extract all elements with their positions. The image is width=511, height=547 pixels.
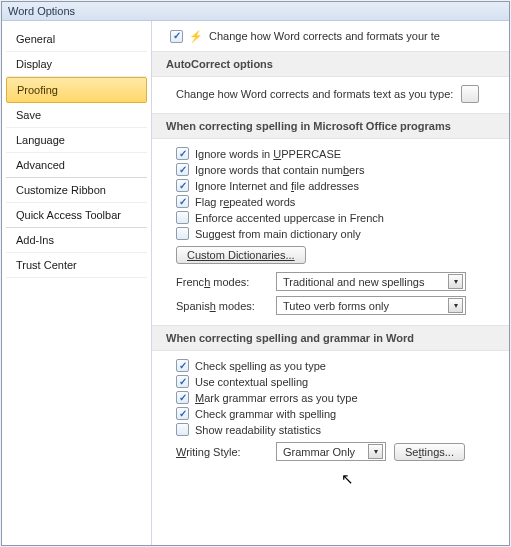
- word-checkbox-0[interactable]: [176, 359, 189, 372]
- office-label-0: Ignore words in UPPERCASE: [195, 148, 341, 160]
- sidebar-item-advanced[interactable]: Advanced: [6, 153, 147, 178]
- group-word-header: When correcting spelling and grammar in …: [152, 325, 509, 351]
- group-autocorrect-header: AutoCorrect options: [152, 51, 509, 77]
- sidebar-item-save[interactable]: Save: [6, 103, 147, 128]
- office-option-3: Flag repeated words: [176, 195, 505, 208]
- autocorrect-line: Change how Word corrects and formats tex…: [176, 88, 453, 100]
- chevron-down-icon: ▾: [448, 274, 463, 289]
- word-option-0: Check spelling as you type: [176, 359, 505, 372]
- lightning-icon: ⚡: [189, 29, 203, 43]
- chevron-down-icon: ▾: [368, 444, 383, 459]
- writing-style-select[interactable]: Grammar Only ▾: [276, 442, 386, 461]
- office-checkbox-5[interactable]: [176, 227, 189, 240]
- word-options-window: Word Options GeneralDisplayProofingSaveL…: [1, 1, 510, 546]
- office-label-1: Ignore words that contain numbers: [195, 164, 364, 176]
- word-label-2: Mark grammar errors as you type: [195, 392, 358, 404]
- autocorrect-options-button[interactable]: [461, 85, 479, 103]
- office-option-4: Enforce accented uppercase in French: [176, 211, 505, 224]
- french-modes-select[interactable]: Traditional and new spellings ▾: [276, 272, 466, 291]
- sidebar-item-customize-ribbon[interactable]: Customize Ribbon: [6, 178, 147, 203]
- window-title: Word Options: [2, 2, 509, 21]
- spanish-modes-label: Spanish modes:: [176, 300, 268, 312]
- office-checkbox-1[interactable]: [176, 163, 189, 176]
- office-checkbox-2[interactable]: [176, 179, 189, 192]
- word-option-1: Use contextual spelling: [176, 375, 505, 388]
- office-label-2: Ignore Internet and file addresses: [195, 180, 359, 192]
- word-label-0: Check spelling as you type: [195, 360, 326, 372]
- settings-button[interactable]: Settings...: [394, 443, 465, 461]
- word-checkbox-1[interactable]: [176, 375, 189, 388]
- office-option-5: Suggest from main dictionary only: [176, 227, 505, 240]
- sidebar-item-proofing[interactable]: Proofing: [6, 77, 147, 103]
- sidebar-item-add-ins[interactable]: Add-Ins: [6, 228, 147, 253]
- custom-dictionaries-button[interactable]: Custom Dictionaries...: [176, 246, 306, 264]
- sidebar-item-language[interactable]: Language: [6, 128, 147, 153]
- word-label-1: Use contextual spelling: [195, 376, 308, 388]
- word-option-2: Mark grammar errors as you type: [176, 391, 505, 404]
- top-summary-text: Change how Word corrects and formats you…: [209, 30, 440, 42]
- office-checkbox-3[interactable]: [176, 195, 189, 208]
- office-option-2: Ignore Internet and file addresses: [176, 179, 505, 192]
- office-label-4: Enforce accented uppercase in French: [195, 212, 384, 224]
- sidebar-item-trust-center[interactable]: Trust Center: [6, 253, 147, 278]
- word-option-3: Check grammar with spelling: [176, 407, 505, 420]
- office-label-5: Suggest from main dictionary only: [195, 228, 361, 240]
- sidebar-item-general[interactable]: General: [6, 27, 147, 52]
- word-checkbox-4[interactable]: [176, 423, 189, 436]
- top-summary-row: ⚡ Change how Word corrects and formats y…: [170, 29, 505, 43]
- window-body: GeneralDisplayProofingSaveLanguageAdvanc…: [2, 21, 509, 545]
- top-checkbox[interactable]: [170, 30, 183, 43]
- office-checkbox-0[interactable]: [176, 147, 189, 160]
- word-label-3: Check grammar with spelling: [195, 408, 336, 420]
- office-option-1: Ignore words that contain numbers: [176, 163, 505, 176]
- word-checkbox-3[interactable]: [176, 407, 189, 420]
- sidebar-item-display[interactable]: Display: [6, 52, 147, 77]
- spanish-modes-select[interactable]: Tuteo verb forms only ▾: [276, 296, 466, 315]
- word-checkbox-2[interactable]: [176, 391, 189, 404]
- mouse-cursor: ↖: [341, 470, 354, 488]
- office-label-3: Flag repeated words: [195, 196, 295, 208]
- group-office-header: When correcting spelling in Microsoft Of…: [152, 113, 509, 139]
- word-option-4: Show readability statistics: [176, 423, 505, 436]
- word-label-4: Show readability statistics: [195, 424, 321, 436]
- options-content: ⚡ Change how Word corrects and formats y…: [152, 21, 509, 545]
- office-checkbox-4[interactable]: [176, 211, 189, 224]
- category-sidebar: GeneralDisplayProofingSaveLanguageAdvanc…: [2, 21, 152, 545]
- french-modes-label: French modes:: [176, 276, 268, 288]
- chevron-down-icon: ▾: [448, 298, 463, 313]
- sidebar-item-quick-access-toolbar[interactable]: Quick Access Toolbar: [6, 203, 147, 228]
- office-option-0: Ignore words in UPPERCASE: [176, 147, 505, 160]
- writing-style-label: Writing Style:: [176, 446, 268, 458]
